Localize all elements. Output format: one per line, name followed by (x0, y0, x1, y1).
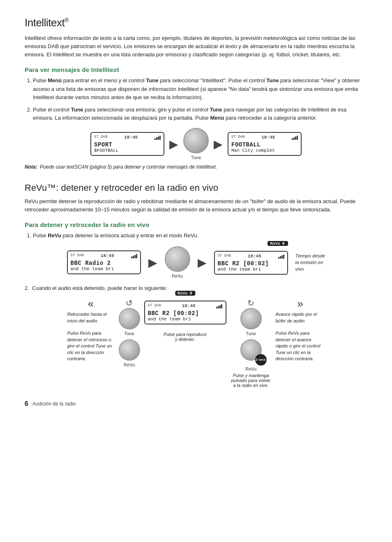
bottom-screen-line1: BBC R2 [00:02] (148, 310, 223, 317)
step-2: Pulse el control Tune para seleccionar u… (33, 106, 367, 122)
revu-heading: ReVu™: detener y retroceder en la radio … (25, 183, 367, 193)
tune-knob-left[interactable] (119, 308, 140, 329)
revu-screen1-line2: and the team bri (71, 266, 137, 271)
revu-left-label: ReVu (119, 362, 140, 367)
intellitext-note: Nota: Puede usar textSCAN (página 5) par… (25, 163, 367, 171)
intellitext-steps: Pulse Menú para entrar en el menú y el c… (33, 76, 367, 122)
revu-badge-top: ReVu ⏸ (267, 241, 288, 246)
revu-screen2-line2: and the team bri (218, 267, 284, 272)
curved-arrow-left: ↺ (126, 298, 133, 308)
bottom-left-label: Retroceder hasta el inicio del audio. Pu… (67, 311, 115, 362)
revu-step-1: Pulse ReVu para detener la emisora actua… (33, 232, 367, 240)
intellitext-screen-1: ST DAB 18:45 SPORT $FOOTBALL (90, 132, 164, 156)
revu-screen-1: ST DAB 18:45 BBC Radio 2 and the team br… (67, 250, 141, 274)
page-footer: 6 Audición de la radio (25, 400, 367, 408)
bottom-diagram: « Retroceder hasta el inicio del audio. … (25, 298, 367, 388)
revu-arrow-1: ▶ (148, 256, 157, 269)
revu-knob-left[interactable] (119, 339, 140, 361)
footer-text: Audición de la radio (32, 401, 76, 407)
arrow-right-1: ▶ (169, 137, 178, 151)
screen2-signal (292, 135, 298, 141)
revu-intro: ReVu permite detener la reproducción de … (25, 197, 367, 214)
page-number: 6 (25, 400, 28, 408)
screen2-time: 18:45 (261, 135, 275, 141)
bottom-revu-badge: ReVu ⏸ (175, 291, 195, 296)
revu-screen2-line1: BBC R2 [00:02] (218, 260, 284, 267)
revu-screen-2: ST DAB 18:45 BBC R2 [00:02] and the team… (214, 251, 288, 275)
bottom-center-screen: ST DAB 18:45 BBC R2 [00:02] and the team… (144, 301, 226, 324)
fast-forward-icon: » (297, 298, 303, 309)
intellitext-diagram: ST DAB 18:45 SPORT $FOOTBALL ▶ Tune ▶ ST… (25, 128, 367, 160)
revu-knob-label: ReVu (172, 273, 183, 278)
intro-paragraph: Intellitext ofrece información de texto … (25, 34, 367, 59)
tune-knob-right[interactable] (240, 308, 262, 329)
tune-knob-left-wrap: ↺ Tune ReVu (119, 298, 140, 367)
bottom-right-label: Avance rápido por el búfer de audio. Pul… (276, 311, 325, 362)
arrow-right-2: ▶ (214, 137, 223, 151)
screen1-line2: $FOOTBALL (94, 148, 161, 153)
tune-knob-right-wrap: ↻ Tune 2 secs ReVu Pulse y mantenga puls… (231, 298, 272, 388)
revu-diagram: ST DAB 18:45 BBC Radio 2 and the team br… (25, 246, 367, 278)
intellitext-screen-2: ST DAB 18:45 FOOTBALL Man City complet (228, 132, 302, 156)
two-secs-badge: 2 secs (255, 354, 267, 366)
revu-steps: Pulse ReVu para detener la emisora actua… (33, 232, 367, 240)
step-1: Pulse Menú para entrar en el menú y el c… (33, 76, 367, 101)
bottom-screen-line2: and the team bri (148, 317, 223, 322)
revu-right-label: ReVu (245, 366, 256, 371)
knob-wrap-1: Tune (183, 128, 209, 160)
fast-rewind-icon: « (88, 298, 94, 309)
curved-arrow-right: ↻ (247, 298, 254, 308)
tune-right-label: Tune (246, 331, 256, 336)
section1-heading: Para ver mensajes de Intellitext (25, 66, 367, 73)
page-title: Intellitext® (25, 16, 367, 29)
revu-arrow-2: ▶ (198, 256, 207, 269)
revu-knob-wrap: ReVu (165, 246, 190, 278)
pulse-manten-label: Pulse y mantenga pulsado para volver a l… (231, 373, 272, 388)
revu-step2-text: 2. Cuando el audio está detenido, puede … (25, 284, 367, 292)
knob-label-1: Tune (191, 155, 201, 160)
screen2-line1: FOOTBALL (231, 141, 298, 148)
pulse-para-label: Pulse para reproducir y detener. (163, 332, 208, 342)
tune-left-label: Tune (124, 331, 134, 336)
tune-knob[interactable] (183, 128, 209, 153)
screen1-signal (154, 135, 161, 141)
revu-knob[interactable] (165, 246, 190, 272)
screen1-line1: SPORT (94, 141, 161, 148)
screen1-time: 18:45 (124, 135, 138, 141)
screen1-status: ST DAB (94, 135, 107, 141)
revu-sub-heading: Para detener y retroceder la radio en vi… (25, 221, 367, 228)
screen2-status: ST DAB (231, 135, 244, 141)
revu-screen1-line1: BBC Radio 2 (71, 260, 137, 266)
screen2-line2: Man City complet (231, 148, 298, 153)
revu-time-label: Tiempo desdela emisión envivo (295, 252, 325, 272)
